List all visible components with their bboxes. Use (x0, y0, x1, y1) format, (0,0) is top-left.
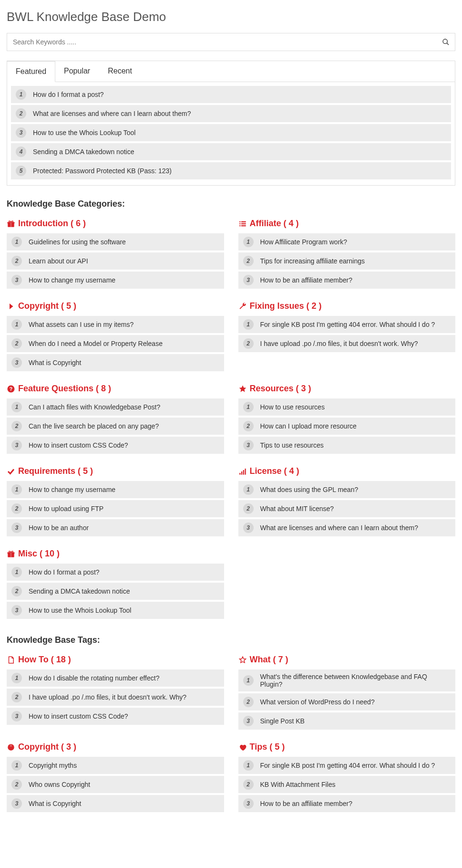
item-label: How to be an author (29, 524, 89, 532)
item-number: 3 (243, 275, 254, 285)
tag-item[interactable]: 1What's the difference between Knowledge… (238, 669, 456, 691)
item-number: 1 (11, 673, 22, 683)
category-title[interactable]: Resources ( 3 ) (238, 384, 456, 394)
svg-rect-15 (243, 470, 244, 475)
featured-item[interactable]: 4Sending a DMCA takedown notice (11, 143, 451, 160)
tag-title[interactable]: Tips ( 5 ) (238, 742, 456, 752)
item-label: How to insert custom CSS Code? (29, 441, 128, 449)
category-item[interactable]: 2How to upload using FTP (7, 500, 224, 517)
tag-item[interactable]: 3Single Post KB (238, 712, 456, 730)
category-item[interactable]: 2Tips for increasing affiliate earnings (238, 252, 456, 270)
category-item[interactable]: 3How to use the Whois Lookup Tool (7, 602, 224, 619)
svg-rect-5 (239, 221, 240, 222)
category-item[interactable]: 1Can I attach files with Knowledgebase P… (7, 398, 224, 416)
category-item[interactable]: 1What assets can I use in my items? (7, 316, 224, 333)
search-icon[interactable] (442, 38, 450, 46)
item-number: 1 (243, 402, 254, 412)
category-item[interactable]: 3How to change my username (7, 272, 224, 289)
category-item[interactable]: 2When do I need a Model or Property Rele… (7, 335, 224, 352)
category-item[interactable]: 2Sending a DMCA takedown notice (7, 583, 224, 600)
item-number: 2 (11, 692, 22, 702)
category-title[interactable]: ?Feature Questions ( 8 ) (7, 384, 224, 394)
tag-item[interactable]: 3What is Copyright (7, 795, 224, 812)
tab-featured[interactable]: Featured (7, 61, 55, 82)
category-block: Misc ( 10 )1How do I format a post?2Send… (7, 549, 224, 621)
item-label: How to upload using FTP (29, 505, 103, 512)
svg-rect-9 (239, 225, 240, 226)
category-item[interactable]: 1For single KB post I'm getting 404 erro… (238, 316, 456, 333)
tag-item[interactable]: 1Copyright myths (7, 757, 224, 774)
category-title[interactable]: License ( 4 ) (238, 466, 456, 476)
item-label: How can I upload more resource (260, 422, 357, 430)
category-item[interactable]: 2Can the live search be placed on any pa… (7, 418, 224, 435)
featured-item[interactable]: 1How do I format a post? (11, 86, 451, 103)
tag-title[interactable]: What ( 7 ) (238, 655, 456, 665)
tag-title[interactable]: How To ( 18 ) (7, 655, 224, 665)
category-item[interactable]: 3How to be an author (7, 519, 224, 536)
category-title[interactable]: Fixing Issues ( 2 ) (238, 301, 456, 311)
svg-rect-7 (239, 223, 240, 224)
item-label: How to use resources (260, 403, 325, 411)
svg-rect-13 (239, 473, 240, 475)
item-label: How do I disable the rotating number eff… (29, 674, 159, 682)
category-title[interactable]: Copyright ( 5 ) (7, 301, 224, 311)
item-number: 1 (243, 237, 254, 247)
category-item[interactable]: 2Learn about our API (7, 252, 224, 270)
tabbed-panel: Featured Popular Recent 1How do I format… (7, 61, 455, 186)
search-input[interactable] (7, 33, 455, 51)
item-number: 3 (16, 127, 26, 138)
category-item[interactable]: 1What does using the GPL mean? (238, 481, 456, 498)
category-item[interactable]: 1How do I format a post? (7, 564, 224, 581)
featured-item[interactable]: 3How to use the Whois Lookup Tool (11, 124, 451, 141)
tag-item[interactable]: 2What version of WordPress do I need? (238, 693, 456, 711)
category-item[interactable]: 1How to use resources (238, 398, 456, 416)
tab-recent[interactable]: Recent (99, 61, 141, 82)
tag-item[interactable]: 3How to be an affiliate member? (238, 795, 456, 812)
item-label: What assets can I use in my items? (29, 321, 133, 328)
category-title[interactable]: Affiliate ( 4 ) (238, 219, 456, 229)
category-item[interactable]: 3What are licenses and where can I learn… (238, 519, 456, 536)
category-list: 1What assets can I use in my items?2When… (7, 316, 224, 371)
category-item[interactable]: 1Guidelines for using the software (7, 233, 224, 251)
category-list: 1How to change my username2How to upload… (7, 481, 224, 536)
svg-rect-10 (241, 225, 246, 226)
category-title[interactable]: Misc ( 10 ) (7, 549, 224, 559)
item-number: 1 (11, 237, 22, 247)
tag-title[interactable]: Copyright ( 3 ) (7, 742, 224, 752)
svg-point-0 (443, 39, 447, 43)
category-item[interactable]: 2What about MIT license? (238, 500, 456, 517)
tag-item[interactable]: 2I have upload .po /.mo files, it but do… (7, 689, 224, 706)
category-item[interactable]: 2How can I upload more resource (238, 418, 456, 435)
category-title[interactable]: Requirements ( 5 ) (7, 466, 224, 476)
item-number: 2 (11, 586, 22, 596)
tab-popular[interactable]: Popular (55, 61, 99, 82)
category-title-label: License ( 4 ) (250, 466, 299, 476)
category-item[interactable]: 3What is Copyright (7, 354, 224, 371)
category-item[interactable]: 3Tips to use resources (238, 437, 456, 454)
tag-item[interactable]: 2Who owns Copyright (7, 776, 224, 793)
item-label: Guidelines for using the software (29, 238, 126, 246)
item-number: 1 (243, 484, 254, 495)
category-item[interactable]: 2I have upload .po /.mo files, it but do… (238, 335, 456, 352)
category-item[interactable]: 1How Affilicate Program work? (238, 233, 456, 251)
tag-item[interactable]: 3How to insert custom CSS Code? (7, 708, 224, 725)
item-label: How do I format a post? (33, 91, 104, 98)
tag-item[interactable]: 1How do I disable the rotating number ef… (7, 669, 224, 687)
item-number: 2 (243, 338, 254, 349)
item-number: 2 (243, 256, 254, 266)
category-item[interactable]: 3How to be an affiliate member? (238, 272, 456, 289)
item-label: KB With Attachment Files (260, 781, 336, 788)
item-label: What are licenses and where can I learn … (260, 524, 419, 532)
featured-item[interactable]: 5Protected: Password Protected KB (Pass:… (11, 162, 451, 179)
featured-item[interactable]: 2What are licenses and where can I learn… (11, 105, 451, 122)
item-label: How to use the Whois Lookup Tool (33, 129, 135, 136)
tag-item[interactable]: 2KB With Attachment Files (238, 776, 456, 793)
tag-item[interactable]: 1For single KB post I'm getting 404 erro… (238, 757, 456, 774)
chevron-icon (7, 302, 15, 311)
category-item[interactable]: 3How to insert custom CSS Code? (7, 437, 224, 454)
category-item[interactable]: 1How to change my username (7, 481, 224, 498)
svg-rect-16 (245, 469, 246, 475)
item-number: 3 (11, 798, 22, 809)
category-block: Requirements ( 5 )1How to change my user… (7, 466, 224, 538)
category-title[interactable]: Introduction ( 6 ) (7, 219, 224, 229)
